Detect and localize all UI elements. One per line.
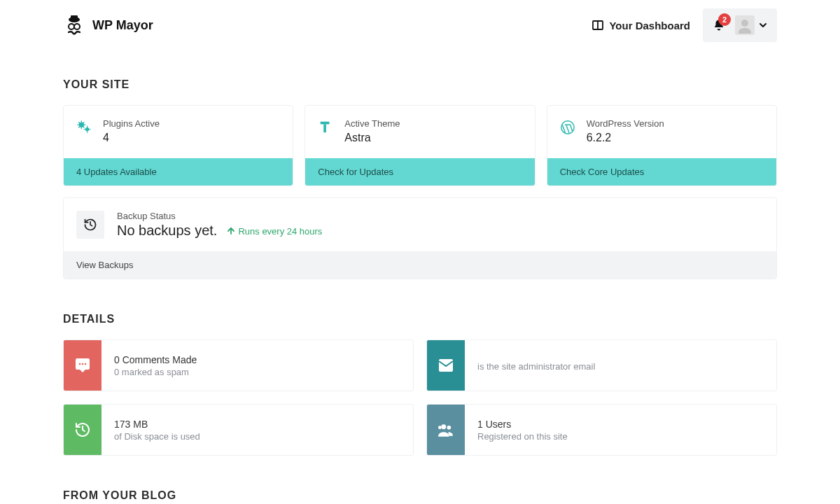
plugins-card: Plugins Active 4 4 Updates Available (63, 105, 293, 186)
section-title-site: YOUR SITE (63, 78, 777, 91)
users-line2: Registered on this site (477, 431, 568, 442)
arrow-up-icon (227, 227, 235, 235)
svg-rect-10 (324, 124, 327, 132)
wp-updates-link[interactable]: Check Core Updates (547, 158, 776, 186)
backup-schedule: Runs every 24 hours (227, 226, 322, 237)
wp-card: WordPress Version 6.2.2 Check Core Updat… (547, 105, 777, 186)
wp-label: WordPress Version (587, 118, 664, 129)
svg-point-14 (82, 363, 84, 365)
columns-icon (592, 20, 603, 31)
theme-label: Active Theme (344, 118, 400, 129)
theme-card: Active Theme Astra Check for Updates (304, 105, 535, 186)
backup-schedule-text: Runs every 24 hours (238, 226, 322, 237)
email-line2: is the site administrator email (477, 361, 595, 372)
plugins-label: Plugins Active (103, 118, 160, 129)
dashboard-link[interactable]: Your Dashboard (592, 20, 690, 31)
svg-rect-1 (71, 15, 78, 20)
svg-point-8 (85, 127, 90, 132)
chevron-down-icon (759, 21, 767, 29)
brand[interactable]: WP Mayor (63, 14, 153, 36)
users-card: 1 Users Registered on this site (426, 404, 777, 456)
disk-line2: of Disk space is used (114, 431, 200, 442)
svg-rect-9 (321, 122, 330, 125)
avatar-icon (735, 15, 755, 35)
svg-point-19 (438, 426, 442, 429)
backup-status: No backups yet. (117, 223, 217, 239)
comments-icon (64, 340, 102, 391)
plugins-updates-link[interactable]: 4 Updates Available (64, 158, 293, 186)
disk-icon (64, 405, 102, 455)
svg-point-13 (79, 363, 81, 365)
theme-updates-link[interactable]: Check for Updates (305, 158, 534, 186)
notification-badge: 2 (718, 13, 731, 26)
comments-line1: 0 Comments Made (114, 354, 197, 365)
users-icon (427, 405, 465, 455)
wp-value: 6.2.2 (587, 132, 664, 144)
backup-label: Backup Status (117, 211, 322, 221)
brand-logo-icon (63, 14, 85, 36)
section-title-blog: FROM YOUR BLOG (63, 489, 777, 502)
site-cards-row: Plugins Active 4 4 Updates Available Act… (63, 105, 777, 186)
plugins-icon (76, 120, 92, 135)
history-icon (76, 211, 104, 239)
plugins-value: 4 (103, 132, 160, 144)
brand-name: WP Mayor (92, 18, 153, 33)
email-card: is the site administrator email (426, 340, 777, 391)
users-line1: 1 Users (477, 419, 568, 430)
view-backups-link[interactable]: View Backups (64, 251, 776, 279)
svg-point-15 (85, 363, 87, 365)
user-menu[interactable] (735, 15, 767, 35)
section-title-details: DETAILS (63, 313, 777, 326)
disk-line1: 173 MB (114, 419, 200, 430)
email-icon (427, 340, 465, 391)
details-grid: 0 Comments Made 0 marked as spam is the … (63, 340, 777, 456)
notifications-button[interactable]: 2 (713, 19, 725, 31)
svg-point-3 (74, 24, 80, 29)
svg-point-2 (69, 24, 74, 29)
backup-card: Backup Status No backups yet. Runs every… (63, 197, 777, 279)
theme-icon (318, 120, 333, 135)
user-box: 2 (703, 8, 777, 42)
dashboard-link-label: Your Dashboard (609, 20, 690, 31)
comments-line2: 0 marked as spam (114, 367, 197, 377)
theme-value: Astra (344, 132, 400, 144)
wordpress-icon (560, 120, 575, 135)
comments-card: 0 Comments Made 0 marked as spam (63, 340, 414, 391)
svg-point-17 (441, 424, 446, 429)
header: WP Mayor Your Dashboard (63, 6, 777, 45)
svg-point-18 (447, 426, 451, 430)
disk-card: 173 MB of Disk space is used (63, 404, 414, 456)
